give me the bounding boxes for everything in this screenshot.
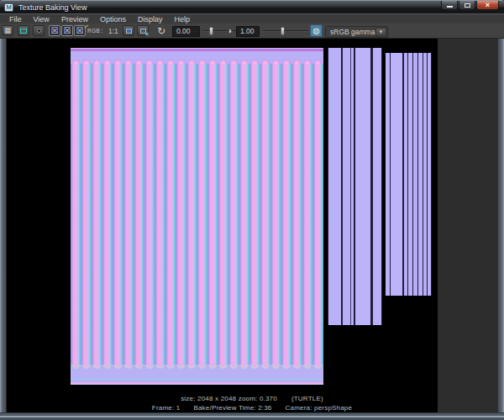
baked-texture-main bbox=[71, 48, 323, 385]
dropdown-arrow-icon[interactable]: ▼ bbox=[375, 28, 386, 37]
status-renderer: (TURTLE) bbox=[291, 395, 323, 402]
menu-options[interactable]: Options bbox=[94, 14, 132, 24]
bake-viewport: size: 2048 x 2048 zoom: 0.370 (TURTLE) F… bbox=[0, 39, 504, 412]
status-size-zoom: size: 2048 x 2048 zoom: 0.370 bbox=[181, 395, 277, 402]
toolbar: ▦ ☒ ☒ ☒ ∕ RGB ∷ 1:1 × ↻ 0.00 ◑ 1.00 ◍ bbox=[0, 24, 504, 39]
texture-columns bbox=[71, 64, 323, 365]
minimize-button[interactable] bbox=[441, 1, 458, 10]
menu-help[interactable]: Help bbox=[168, 14, 196, 24]
render-bake-button[interactable]: ▦ bbox=[2, 25, 13, 36]
texture-edit-button[interactable]: ☒ ∕ bbox=[74, 25, 86, 36]
bake-region-button[interactable] bbox=[18, 25, 29, 36]
checker-edit-icon: ☒ bbox=[76, 27, 84, 35]
texture-baking-window: M Texture Baking View × File View Previe… bbox=[0, 0, 504, 420]
contrast-slider-handle[interactable] bbox=[281, 27, 285, 35]
maya-app-icon: M bbox=[4, 3, 13, 12]
contrast-slider-track bbox=[263, 30, 308, 32]
pixel-grid-icon[interactable]: ∷ bbox=[98, 28, 103, 35]
maximize-icon bbox=[465, 3, 470, 8]
exposure-slider-handle[interactable] bbox=[209, 27, 213, 35]
remove-image-button[interactable]: × bbox=[137, 25, 149, 36]
save-image-icon bbox=[126, 29, 132, 34]
maximize-button[interactable] bbox=[459, 1, 475, 10]
window-controls: × bbox=[440, 1, 499, 10]
save-image-button[interactable] bbox=[123, 25, 134, 36]
render-bake-icon: ▦ bbox=[4, 27, 12, 34]
menu-bar: File View Preview Options Display Help bbox=[0, 13, 504, 24]
menu-view[interactable]: View bbox=[28, 14, 55, 24]
window-border-bottom bbox=[0, 412, 504, 420]
baked-texture-tile-3 bbox=[386, 53, 432, 296]
texture-top-arches bbox=[71, 52, 323, 64]
status-frame: Frame: 1 bbox=[152, 404, 181, 412]
status-line-size: size: 2048 x 2048 zoom: 0.370 (TURTLE) bbox=[0, 395, 504, 402]
camera-bake-icon bbox=[37, 29, 41, 33]
colorspace-value: sRGB gamma bbox=[330, 28, 375, 36]
title-bar: M Texture Baking View × bbox=[0, 0, 504, 13]
zoom-1-1-button[interactable]: 1:1 bbox=[108, 28, 118, 35]
menu-display[interactable]: Display bbox=[132, 14, 169, 24]
window-border-left bbox=[0, 39, 6, 412]
texture-bottom-band bbox=[71, 376, 323, 385]
remove-x-badge: × bbox=[145, 31, 149, 37]
status-line-frame: Frame: 1 Bake/Preview Time: 2:36 Camera:… bbox=[0, 404, 504, 412]
texture-bottom-arches bbox=[71, 365, 323, 376]
window-title: Texture Baking View bbox=[18, 3, 87, 12]
refresh-icon[interactable]: ↻ bbox=[155, 25, 167, 36]
texture-slot-2-button[interactable]: ☒ bbox=[61, 25, 73, 36]
close-button[interactable]: × bbox=[476, 1, 499, 10]
status-bake-time: Bake/Preview Time: 2:36 bbox=[193, 404, 271, 412]
colorspace-dropdown[interactable]: sRGB gamma ▼ bbox=[325, 26, 388, 38]
status-camera: Camera: perspShape bbox=[286, 404, 353, 412]
camera-bake-button[interactable] bbox=[33, 25, 45, 36]
contrast-field[interactable]: 1.00 bbox=[236, 26, 260, 37]
checker-icon: ☒ bbox=[51, 27, 59, 35]
baked-texture-tile-2 bbox=[328, 48, 382, 325]
exposure-field[interactable]: 0.00 bbox=[172, 26, 200, 37]
contrast-slider[interactable] bbox=[263, 27, 308, 35]
checker-icon: ☒ bbox=[64, 27, 71, 35]
menu-preview[interactable]: Preview bbox=[55, 14, 94, 24]
minimize-icon bbox=[447, 6, 453, 8]
exposure-icon: ◑ bbox=[223, 25, 235, 36]
gamma-icon: ◍ bbox=[312, 27, 320, 35]
menu-file[interactable]: File bbox=[3, 14, 28, 24]
gamma-toggle-button[interactable]: ◍ bbox=[310, 24, 323, 37]
bake-region-icon bbox=[20, 29, 27, 34]
window-border-right bbox=[498, 39, 504, 412]
texture-slot-1-button[interactable]: ☒ bbox=[49, 25, 60, 36]
